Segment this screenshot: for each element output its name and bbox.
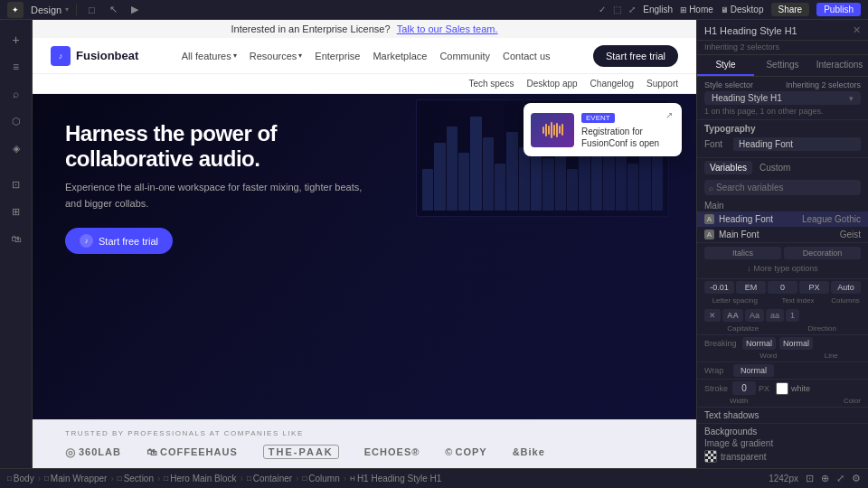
sidebar-item-ecom[interactable]: 🛍 <box>4 226 29 251</box>
num-field-1[interactable]: -0.01 <box>704 281 734 294</box>
sidebar-item-components[interactable]: ⬡ <box>4 108 29 134</box>
hero-cta-label: Start free trial <box>99 236 158 247</box>
hero-cta-button[interactable]: ♪ Start free trial <box>65 228 173 254</box>
fit-icon[interactable]: ⊡ <box>806 473 814 484</box>
panel-page-note: 1 on this page, 1 on other pages. <box>697 105 868 119</box>
typography-section: Typography Font Heading Font <box>697 119 868 157</box>
sidebar-item-layers[interactable]: ≡ <box>4 54 29 80</box>
style-selector-label: Style selector <box>704 80 753 89</box>
stroke-color-swatch[interactable] <box>776 382 788 395</box>
statusbar-hero-main-block[interactable]: □ Hero Main Block <box>164 474 236 483</box>
sidebar-item-search[interactable]: ⌕ <box>4 81 29 107</box>
text-subscript-button[interactable]: 1 <box>786 309 799 322</box>
text-uppercase-button[interactable]: AA <box>722 309 743 322</box>
settings-icon[interactable]: ⚙ <box>852 473 861 484</box>
style-inheriting-label: Inheriting 2 selectors <box>786 80 861 89</box>
lang-selector[interactable]: English <box>643 5 673 14</box>
nav-changelog[interactable]: Changelog <box>590 79 634 89</box>
cursor-icon[interactable]: ↖ <box>106 3 120 17</box>
app-logo-icon: ✦ <box>7 2 24 18</box>
wrap-label: Wrap <box>704 366 730 375</box>
nav-contact[interactable]: Contact us <box>503 51 551 61</box>
decoration-button[interactable]: Decoration <box>784 247 861 259</box>
zoom-icon[interactable]: ⊕ <box>821 473 829 484</box>
tab-settings[interactable]: Settings <box>754 55 811 76</box>
preview-icon[interactable]: ⬚ <box>613 5 621 14</box>
nav-all-features[interactable]: All features ▾ <box>182 51 237 61</box>
statusbar-column[interactable]: □ Column <box>302 474 339 483</box>
hero-subtitle: Experience the all-in-one workspace for … <box>65 180 380 211</box>
style-badge: Heading Style H1 <box>712 93 845 103</box>
num-field-em[interactable]: EM <box>736 281 766 294</box>
tool-selector[interactable]: Design ▾ <box>31 5 69 15</box>
variables-tab[interactable]: Variables <box>704 161 752 174</box>
nav-support[interactable]: Support <box>646 79 678 89</box>
text-clear-button[interactable]: ✕ <box>704 309 721 322</box>
statusbar-body[interactable]: □ Body <box>7 474 34 483</box>
var-item-heading-font[interactable]: A Heading Font League Gothic <box>697 211 868 227</box>
num-field-px[interactable]: PX <box>799 281 829 294</box>
field-labels-row: Letter spacing Text index Columns <box>697 296 868 305</box>
nav-tech-specs[interactable]: Tech specs <box>468 79 514 89</box>
more-type-options[interactable]: ↓ More type options <box>704 262 861 275</box>
nav-logo[interactable]: ♪ Fusionbeat <box>51 46 138 66</box>
text-shadows-section: Text shadows <box>697 407 868 423</box>
search-variables[interactable]: ⌕ <box>704 180 861 195</box>
statusbar-sep1: › <box>38 474 41 483</box>
play-icon[interactable]: ▶ <box>127 3 142 17</box>
breaking-word-select[interactable]: Normal <box>742 337 776 350</box>
sidebar-item-assets[interactable]: ◈ <box>4 136 29 161</box>
num-field-auto[interactable]: Auto <box>831 281 861 294</box>
statusbar-container[interactable]: □ Container <box>247 474 292 483</box>
italics-button[interactable]: Italics <box>704 247 781 259</box>
var-item-main-icon: A <box>704 230 714 239</box>
expand-icon[interactable]: ⤢ <box>628 5 636 14</box>
var-item-main-font[interactable]: A Main Font Geist <box>697 227 868 242</box>
statusbar-sep4: › <box>241 474 243 483</box>
transparent-row[interactable]: transparent <box>704 450 861 463</box>
statusbar-column-label: Column <box>308 474 339 483</box>
wrap-select[interactable]: Normal <box>733 364 774 377</box>
logo-the-paak: THE-PAAK <box>263 445 339 459</box>
logo-360lab: ◎ 360LAB <box>65 446 121 459</box>
breaking-line-select[interactable]: Normal <box>779 337 813 350</box>
tab-interactions[interactable]: Interactions <box>811 55 868 76</box>
stroke-value-field[interactable]: 0 <box>732 381 756 395</box>
nav-marketplace[interactable]: Marketplace <box>373 51 427 61</box>
stroke-width-label: Width <box>730 397 794 405</box>
panel-close-icon[interactable]: ✕ <box>853 24 861 36</box>
page-selector[interactable]: ⊞ Home <box>680 5 713 14</box>
publish-button[interactable]: Publish <box>816 3 861 16</box>
custom-tab[interactable]: Custom <box>754 161 796 174</box>
search-input[interactable] <box>716 183 856 192</box>
stroke-sublabels: Width Color <box>697 397 868 407</box>
page-icon[interactable]: □ <box>84 3 99 17</box>
sidebar-item-pages[interactable]: ⊡ <box>4 172 29 197</box>
text-lowercase-button[interactable]: aa <box>766 309 784 322</box>
share-button[interactable]: Share <box>771 3 810 16</box>
statusbar-main-wrapper-label: Main Wrapper <box>51 474 108 483</box>
event-close-button[interactable]: ↗ <box>662 108 676 122</box>
nav-resources[interactable]: Resources ▾ <box>250 51 303 61</box>
style-badge-row[interactable]: Heading Style H1 ▾ <box>704 91 861 105</box>
sidebar-item-cms[interactable]: ⊞ <box>4 199 29 224</box>
sidebar-item-add[interactable]: + <box>4 27 29 52</box>
font-value-field[interactable]: Heading Font <box>733 137 861 151</box>
site-navbar: ♪ Fusionbeat All features ▾ Resources ▾ … <box>33 38 696 74</box>
statusbar-main-wrapper[interactable]: □ Main Wrapper <box>44 474 107 483</box>
nav-cta-button[interactable]: Start free trial <box>593 45 678 67</box>
panel-title: H1 Heading Style H1 <box>704 25 797 36</box>
nav-community[interactable]: Community <box>439 51 490 61</box>
statusbar-section[interactable]: □ Section <box>118 474 154 483</box>
announcement-link[interactable]: Talk to our Sales team. <box>397 23 498 34</box>
nav-enterprise[interactable]: Enterprise <box>315 51 360 61</box>
view-selector[interactable]: 🖥 Desktop <box>721 5 764 14</box>
text-titlecase-button[interactable]: Aa <box>745 309 764 322</box>
statusbar-h1-heading[interactable]: H H1 Heading Style H1 <box>350 474 441 483</box>
stroke-row: Stroke 0 PX white <box>697 379 868 397</box>
num-field-0[interactable]: 0 <box>768 281 797 294</box>
tab-style[interactable]: Style <box>697 55 754 76</box>
fullscreen-icon[interactable]: ⤢ <box>836 473 844 484</box>
style-selector-row: Style selector Inheriting 2 selectors <box>697 77 868 91</box>
nav-desktop-app[interactable]: Desktop app <box>526 79 577 89</box>
